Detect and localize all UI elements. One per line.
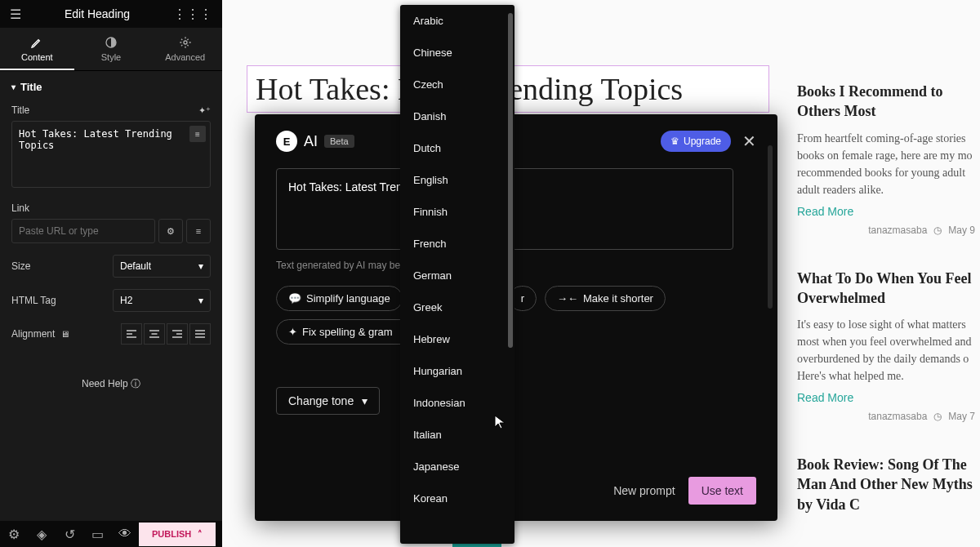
- history-button[interactable]: ↺: [56, 521, 83, 547]
- article-title[interactable]: What To Do When You Feel Overwhelmed: [797, 269, 975, 309]
- size-label: Size: [11, 260, 30, 272]
- title-section: Title Title ✦⁺ Hot Takes: Latest Trendin…: [0, 71, 222, 401]
- help-icon: ⓘ: [131, 378, 140, 389]
- sparkle-icon[interactable]: ✦⁺: [198, 105, 211, 116]
- alignment-group: [121, 323, 211, 345]
- preview-button[interactable]: 👁: [111, 521, 139, 547]
- chevron-down-icon: ▾: [198, 295, 203, 306]
- settings-button[interactable]: ⚙: [0, 521, 28, 547]
- read-more-link[interactable]: Read More: [797, 391, 975, 404]
- link-field-label: Link: [11, 202, 211, 214]
- link-options-icon[interactable]: ⚙: [158, 219, 183, 243]
- lang-option[interactable]: Danish: [400, 100, 514, 132]
- lang-option[interactable]: Italian: [400, 419, 514, 451]
- upgrade-button[interactable]: ♛Upgrade: [661, 131, 731, 152]
- ai-brand: E AI Beta: [276, 131, 354, 152]
- article-title[interactable]: Book Review: Song Of The Man And Other N…: [797, 455, 975, 514]
- align-justify-icon: [195, 330, 205, 338]
- tab-advanced[interactable]: Advanced: [148, 28, 222, 70]
- navigator-button[interactable]: ◈: [28, 521, 56, 547]
- lang-option[interactable]: Czech: [400, 69, 514, 100]
- dynamic-icon[interactable]: ≡: [189, 126, 206, 142]
- align-left-button[interactable]: [121, 323, 142, 345]
- chevron-down-icon: ▾: [362, 394, 368, 407]
- gear-icon: [179, 36, 192, 49]
- clock-icon: ◷: [933, 225, 942, 236]
- html-tag-label: HTML Tag: [11, 295, 56, 306]
- sidebar-footer: ⚙ ◈ ↺ ▭ 👁 PUBLISH˄: [0, 521, 222, 547]
- link-input[interactable]: [11, 219, 155, 243]
- tab-content[interactable]: Content: [0, 28, 74, 70]
- lang-option[interactable]: Chinese: [400, 37, 514, 69]
- responsive-button[interactable]: ▭: [83, 521, 111, 547]
- lang-option[interactable]: Dutch: [400, 132, 514, 164]
- shorter-chip[interactable]: →←Make it shorter: [545, 286, 666, 311]
- need-help-link[interactable]: Need Help ⓘ: [11, 377, 211, 391]
- ai-scrollbar[interactable]: [768, 145, 773, 309]
- crown-icon: ♛: [670, 136, 679, 147]
- read-more-link[interactable]: Read More: [797, 205, 975, 218]
- link-dynamic-icon[interactable]: ≡: [186, 219, 211, 243]
- chevron-up-icon: ˄: [198, 529, 203, 540]
- ai-panel: E AI Beta ♛Upgrade ✕ Hot Takes: Latest T…: [255, 114, 777, 521]
- size-select[interactable]: Default▾: [113, 255, 211, 278]
- desktop-icon[interactable]: 🖥: [60, 329, 69, 339]
- align-left-icon: [127, 330, 136, 338]
- chat-icon: 💬: [288, 292, 301, 305]
- lang-option[interactable]: German: [400, 260, 514, 291]
- sidebar-header: ☰ Edit Heading ⋮⋮⋮: [0, 0, 222, 28]
- lang-option[interactable]: Japanese: [400, 451, 514, 483]
- align-center-icon: [149, 330, 159, 338]
- lang-option[interactable]: English: [400, 164, 514, 196]
- sidebar-title: Edit Heading: [65, 7, 130, 20]
- ai-title: AI: [304, 133, 318, 150]
- related-articles: Books I Recommend to Others Most From he…: [792, 82, 980, 547]
- beta-badge: Beta: [324, 135, 354, 148]
- article-excerpt: From heartfelt coming-of-age stories boo…: [797, 130, 975, 198]
- publish-button[interactable]: PUBLISH˄: [139, 523, 216, 546]
- lang-option[interactable]: French: [400, 228, 514, 260]
- ai-disclaimer: Text generated by AI may be: [276, 260, 756, 271]
- alignment-label: Alignment 🖥: [11, 328, 69, 340]
- hamburger-icon[interactable]: ☰: [10, 7, 21, 22]
- ai-footer: New prompt Use text: [613, 477, 756, 505]
- chevron-down-icon: ▾: [198, 260, 203, 272]
- lang-option[interactable]: Finnish: [400, 196, 514, 228]
- editor-sidebar: ☰ Edit Heading ⋮⋮⋮ Content Style Advance…: [0, 0, 222, 547]
- lang-option[interactable]: Hungarian: [400, 355, 514, 387]
- clock-icon: ◷: [933, 411, 942, 422]
- svg-point-1: [184, 41, 187, 44]
- lang-scrollbar[interactable]: [508, 13, 513, 348]
- align-center-button[interactable]: [144, 323, 165, 345]
- new-prompt-button[interactable]: New prompt: [613, 484, 675, 497]
- html-tag-select[interactable]: H2▾: [113, 289, 211, 312]
- title-field-label: Title ✦⁺: [11, 105, 211, 116]
- section-title-toggle[interactable]: Title: [11, 81, 211, 93]
- use-text-button[interactable]: Use text: [688, 477, 756, 505]
- title-textarea[interactable]: Hot Takes: Latest Trending Topics: [11, 121, 211, 188]
- lang-option[interactable]: Indonesian: [400, 387, 514, 419]
- close-icon[interactable]: ✕: [742, 131, 756, 151]
- lang-option[interactable]: Hebrew: [400, 323, 514, 355]
- align-right-icon: [172, 330, 182, 338]
- grid-icon[interactable]: ⋮⋮⋮: [173, 7, 212, 22]
- align-right-button[interactable]: [167, 323, 188, 345]
- ai-header: E AI Beta ♛Upgrade ✕: [276, 131, 756, 152]
- article-title[interactable]: Books I Recommend to Others Most: [797, 82, 975, 122]
- sparkle-icon: ✦: [288, 326, 297, 338]
- elementor-logo-icon: E: [276, 131, 297, 152]
- change-tone-dropdown[interactable]: Change tone▾: [276, 387, 380, 415]
- article-card: Book Review: Song Of The Man And Other N…: [792, 455, 980, 514]
- language-menu: Arabic Chinese Czech Danish Dutch Englis…: [400, 5, 514, 544]
- lang-option[interactable]: Arabic: [400, 5, 514, 37]
- ai-suggestion-chips: 💬Simplify language r →←Make it shorter ✦…: [276, 286, 756, 345]
- simplify-chip[interactable]: 💬Simplify language: [276, 286, 403, 311]
- article-excerpt: It's easy to lose sight of what matters …: [797, 316, 975, 385]
- article-card: What To Do When You Feel Overwhelmed It'…: [792, 269, 980, 423]
- contrast-icon: [105, 36, 118, 49]
- tab-style[interactable]: Style: [74, 28, 149, 70]
- lang-option[interactable]: Korean: [400, 483, 514, 514]
- article-card: Books I Recommend to Others Most From he…: [792, 82, 980, 236]
- align-justify-button[interactable]: [189, 323, 211, 345]
- lang-option[interactable]: Greek: [400, 291, 514, 323]
